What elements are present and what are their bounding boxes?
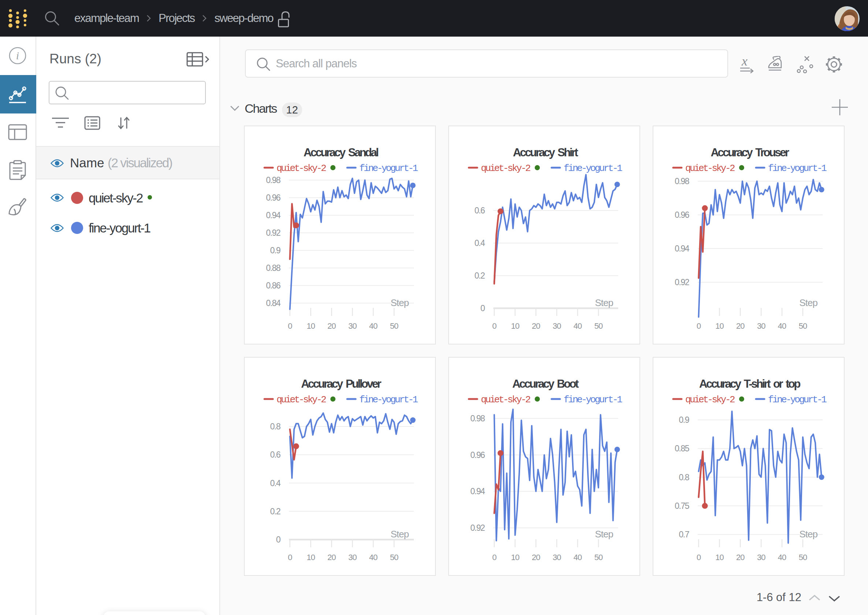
svg-text:fine-yogurt-1: fine-yogurt-1 [359,394,418,405]
svg-text:30: 30 [348,553,357,562]
svg-text:10: 10 [511,322,519,331]
svg-text:20: 20 [736,322,744,331]
svg-text:0.98: 0.98 [470,414,485,423]
svg-text:fine-yogurt-1: fine-yogurt-1 [768,394,827,405]
svg-text:0.9: 0.9 [270,246,280,255]
svg-text:Accuracy Trouser: Accuracy Trouser [711,146,789,159]
svg-text:0.98: 0.98 [675,176,689,186]
svg-text:0.8: 0.8 [270,422,280,431]
svg-text:40: 40 [574,553,582,562]
svg-text:Step: Step [391,297,409,308]
svg-text:0.94: 0.94 [266,211,280,220]
svg-text:Accuracy T-shirt or top: Accuracy T-shirt or top [699,378,800,390]
svg-text:Step: Step [391,529,409,540]
svg-text:0.88: 0.88 [266,263,280,273]
svg-text:0.2: 0.2 [270,507,280,516]
svg-text:0: 0 [697,322,701,331]
svg-text:i: i [16,49,19,61]
svg-text:Step: Step [595,297,613,308]
svg-text:0: 0 [288,322,292,331]
svg-text:40: 40 [778,322,786,331]
svg-text:0: 0 [480,303,485,313]
svg-text:0.9: 0.9 [679,415,689,425]
svg-text:0.96: 0.96 [675,210,689,220]
svg-text:0: 0 [492,322,497,331]
svg-text:0.85: 0.85 [675,444,689,453]
svg-text:30: 30 [757,553,765,562]
svg-text:20: 20 [327,322,336,331]
svg-text:x: x [741,56,748,69]
svg-text:0.84: 0.84 [266,298,280,308]
svg-text:0.92: 0.92 [266,228,280,237]
svg-text:30: 30 [553,322,561,331]
svg-text:0.75: 0.75 [675,501,689,510]
svg-text:30: 30 [757,322,765,331]
svg-text:0.96: 0.96 [470,450,485,460]
svg-text:50: 50 [594,553,603,562]
svg-text:quiet-sky-2: quiet-sky-2 [481,394,530,405]
svg-text:40: 40 [369,322,378,331]
svg-text:0: 0 [697,553,701,562]
svg-text:30: 30 [553,553,561,562]
svg-text:Accuracy Shirt: Accuracy Shirt [513,146,578,159]
svg-text:0.7: 0.7 [679,530,689,539]
svg-text:0.6: 0.6 [475,206,485,215]
svg-text:0.4: 0.4 [475,238,485,248]
svg-text:quiet-sky-2: quiet-sky-2 [481,163,530,174]
svg-text:Step: Step [799,529,818,540]
svg-text:0.4: 0.4 [270,478,281,488]
svg-text:20: 20 [532,553,540,562]
svg-text:40: 40 [574,322,582,331]
svg-text:30: 30 [348,322,357,331]
svg-text:10: 10 [511,553,519,562]
svg-text:40: 40 [369,553,378,562]
svg-text:Accuracy Sandal: Accuracy Sandal [303,146,378,159]
svg-text:quiet-sky-2: quiet-sky-2 [685,163,735,174]
svg-text:Accuracy Boot: Accuracy Boot [512,378,579,390]
svg-text:fine-yogurt-1: fine-yogurt-1 [564,394,622,405]
svg-text:fine-yogurt-1: fine-yogurt-1 [359,163,418,174]
svg-text:20: 20 [736,553,744,562]
svg-text:0.2: 0.2 [475,271,485,280]
svg-text:0: 0 [492,553,497,562]
svg-text:20: 20 [532,322,540,331]
svg-text:fine-yogurt-1: fine-yogurt-1 [768,163,827,174]
svg-text:0.94: 0.94 [675,244,689,253]
svg-text:fine-yogurt-1: fine-yogurt-1 [564,163,622,174]
svg-text:0.96: 0.96 [266,193,280,203]
svg-text:10: 10 [715,553,724,562]
svg-text:0.8: 0.8 [679,473,689,482]
svg-text:0.86: 0.86 [266,281,280,290]
svg-text:20: 20 [327,553,336,562]
svg-text:0.98: 0.98 [266,175,280,185]
svg-text:50: 50 [799,553,807,562]
svg-text:10: 10 [307,553,315,562]
svg-text:quiet-sky-2: quiet-sky-2 [277,163,326,174]
svg-text:0.92: 0.92 [675,278,689,287]
svg-text:0: 0 [276,535,280,544]
svg-text:0: 0 [288,553,292,562]
svg-text:50: 50 [390,322,399,331]
svg-text:quiet-sky-2: quiet-sky-2 [685,394,735,405]
svg-text:0.6: 0.6 [270,450,280,459]
svg-text:0.92: 0.92 [470,523,485,532]
svg-text:Step: Step [595,529,613,540]
svg-text:10: 10 [715,322,724,331]
svg-text:0.94: 0.94 [470,487,485,496]
svg-text:Step: Step [799,297,818,308]
svg-text:40: 40 [778,553,786,562]
svg-text:50: 50 [390,553,399,562]
svg-text:10: 10 [307,322,315,331]
svg-text:50: 50 [799,322,807,331]
svg-text:50: 50 [594,322,603,331]
svg-text:quiet-sky-2: quiet-sky-2 [277,394,326,405]
svg-text:Accuracy Pullover: Accuracy Pullover [301,378,381,390]
